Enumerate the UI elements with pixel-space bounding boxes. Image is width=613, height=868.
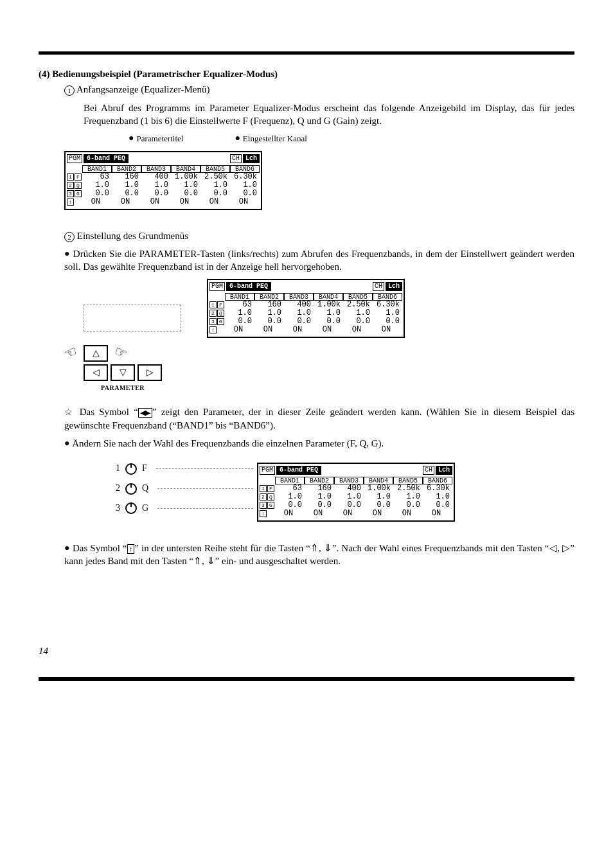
bullet4-b: ” in der untersten Reihe steht für die T… bbox=[64, 543, 574, 566]
fqg-num: 1 bbox=[116, 463, 120, 475]
lcd-label-channel: Eingestellter Kanal bbox=[243, 134, 307, 143]
knob-icon[interactable] bbox=[125, 463, 137, 475]
fqg-label: F bbox=[142, 463, 147, 475]
band-header: BAND5 bbox=[343, 293, 373, 301]
key-up[interactable]: △ bbox=[84, 345, 108, 362]
fqg-knobs: 1 F 2 Q 3 G bbox=[116, 463, 257, 522]
pgm-chip: PGM bbox=[209, 282, 225, 291]
table-cell: ON bbox=[343, 326, 373, 334]
bullet-icon: ● bbox=[64, 249, 70, 258]
step1-heading: Anfangsanzeige (Equalizer-Menü) bbox=[76, 84, 210, 94]
lcd-title: 6-band PEQ bbox=[84, 154, 129, 163]
dot-icon: ● bbox=[235, 133, 240, 143]
lcd-display-2-wrap: PGM 6-band PEQ CH Lch BAND1 BAND2 BAND3 … bbox=[207, 279, 405, 338]
section-heading: Bedienungsbeispiel (Parametrischer Equal… bbox=[52, 69, 278, 79]
bullet4-a: Das Symbol “ bbox=[73, 543, 127, 553]
row-marker-3: 3 bbox=[260, 502, 267, 509]
row-label-g: G bbox=[217, 318, 224, 325]
step2-heading-row: 2 Einstellung des Grundmenüs bbox=[64, 229, 574, 242]
row-marker-3: 3 bbox=[67, 190, 74, 197]
table-cell: ON bbox=[82, 198, 112, 206]
star-note-a: Das Symbol “ bbox=[80, 407, 138, 417]
section-number: (4) bbox=[39, 69, 50, 79]
page-number: 14 bbox=[39, 644, 574, 657]
table-cell: ON bbox=[200, 198, 230, 206]
pgm-chip: PGM bbox=[260, 466, 275, 475]
row-label-g: G bbox=[267, 502, 274, 509]
table-cell: 160 bbox=[254, 301, 284, 309]
table-cell: 0.0 bbox=[230, 190, 260, 198]
step2-bullet-text: Drücken Sie die PARAMETER-Tasten (links/… bbox=[64, 249, 574, 272]
row-label-f: F bbox=[217, 301, 224, 308]
table-cell: 1.0 bbox=[82, 181, 112, 190]
table-cell: ON bbox=[141, 198, 171, 206]
table-cell: 1.0 bbox=[314, 309, 343, 317]
fqg-label: G bbox=[142, 502, 148, 515]
table-cell: ON bbox=[284, 326, 314, 334]
table-cell: 1.0 bbox=[200, 181, 230, 190]
fqg-label: Q bbox=[142, 483, 148, 495]
key-right[interactable]: ▷ bbox=[138, 364, 162, 381]
table-cell: 0.0 bbox=[141, 190, 171, 198]
parameter-keys-diagram: ☜ △ ☜ ◁ ▽ ▷ PARAMETER bbox=[64, 305, 181, 393]
table-cell: 63 bbox=[225, 301, 254, 309]
hand-right-icon: ☜ bbox=[112, 341, 130, 364]
table-cell: ON bbox=[373, 326, 402, 334]
lcd-title: 6-band PEQ bbox=[226, 282, 271, 291]
lcd-display-2: PGM 6-band PEQ CH Lch BAND1 BAND2 BAND3 … bbox=[207, 279, 405, 338]
band-header: BAND3 bbox=[284, 293, 314, 301]
lcd-display-1-wrap: PGM 6-band PEQ CH Lch BAND1 BAND2 BAND3 … bbox=[64, 151, 574, 210]
table-cell: 0.0 bbox=[254, 317, 284, 326]
row-marker-2: 2 bbox=[209, 310, 217, 317]
table-cell: 0.0 bbox=[284, 317, 314, 326]
table-cell: 0.0 bbox=[200, 190, 230, 198]
table-cell: 1.0 bbox=[230, 181, 260, 190]
table-cell: ON bbox=[112, 198, 141, 206]
table-cell: 1.0 bbox=[343, 309, 373, 317]
row-label-updown: ↕ bbox=[67, 199, 74, 206]
table-cell: 1.0 bbox=[225, 309, 254, 317]
lcd-display-3: PGM 6-band PEQ CH Lch BAND1 BAND2 BAND3 … bbox=[257, 463, 455, 522]
table-cell: ON bbox=[254, 326, 284, 334]
table-cell: 1.00k bbox=[314, 301, 343, 309]
step2-marker: 2 bbox=[64, 232, 75, 242]
lch-chip: Lch bbox=[243, 154, 260, 163]
table-cell: 1.0 bbox=[171, 181, 200, 190]
bullet-icon: ● bbox=[64, 543, 70, 553]
row-marker-1: 1 bbox=[260, 485, 267, 492]
dot-icon: ● bbox=[129, 133, 134, 143]
star-note: ☆ Das Symbol “◀▶” zeigt den Parameter, d… bbox=[64, 405, 574, 432]
key-down[interactable]: ▽ bbox=[111, 364, 135, 381]
fqg-num: 2 bbox=[116, 483, 120, 495]
bullet3: ● Ändern Sie nach der Wahl des Frequenzb… bbox=[64, 437, 574, 450]
row-marker-2: 2 bbox=[260, 493, 267, 500]
lcd-display-3-wrap: PGM 6-band PEQ CH Lch BAND1 BAND2 BAND3 … bbox=[257, 463, 455, 522]
bullet4: ● Das Symbol “↕” in der untersten Reihe … bbox=[64, 542, 574, 568]
table-cell: 63 bbox=[82, 173, 112, 181]
table-cell: 1.0 bbox=[141, 181, 171, 190]
key-left[interactable]: ◁ bbox=[84, 364, 108, 381]
parameter-keys-label: PARAMETER bbox=[64, 384, 181, 393]
lch-chip: Lch bbox=[386, 282, 402, 291]
lcd-display-1: PGM 6-band PEQ CH Lch BAND1 BAND2 BAND3 … bbox=[64, 151, 262, 210]
table-cell: 1.0 bbox=[112, 181, 141, 190]
step1-heading-row: 1 Anfangsanzeige (Equalizer-Menü) bbox=[64, 83, 574, 96]
row-label-q: Q bbox=[75, 182, 82, 189]
lcd-label-title: Parametertitel bbox=[136, 134, 183, 143]
table-cell: ON bbox=[334, 509, 364, 518]
table-cell: 6.30k bbox=[230, 173, 260, 181]
knob-icon[interactable] bbox=[125, 502, 137, 514]
table-cell: 6.30k bbox=[373, 301, 402, 309]
table-cell: ON bbox=[225, 326, 254, 334]
table-cell: 0.0 bbox=[112, 190, 141, 198]
knob-icon[interactable] bbox=[125, 483, 137, 495]
table-cell: 400 bbox=[284, 301, 314, 309]
table-cell: ON bbox=[364, 509, 393, 518]
lch-chip: Lch bbox=[436, 466, 452, 475]
pgm-chip: PGM bbox=[67, 154, 82, 163]
bullet-icon: ● bbox=[64, 438, 69, 448]
band-header-row: BAND1 BAND2 BAND3 BAND4 BAND5 BAND6 bbox=[209, 293, 402, 301]
row-label-updown: ↕ bbox=[260, 510, 267, 517]
band-header: BAND2 bbox=[254, 293, 284, 301]
bottom-divider bbox=[39, 677, 574, 681]
